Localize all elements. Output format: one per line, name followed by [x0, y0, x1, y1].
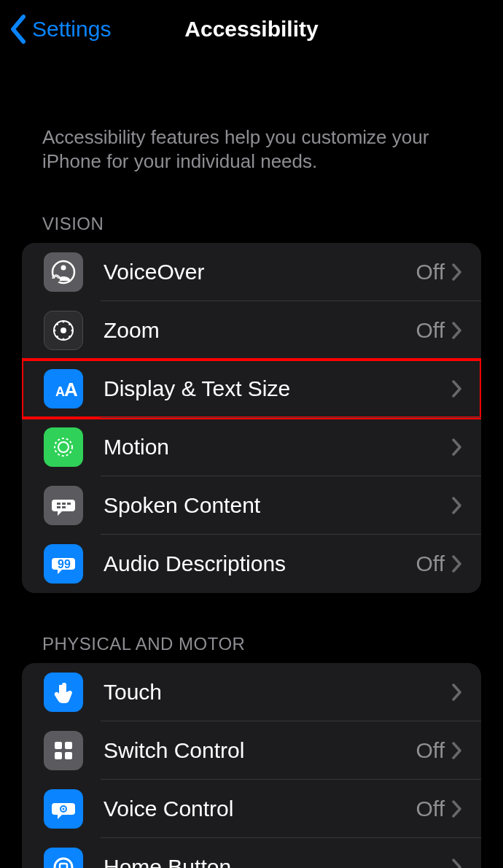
svg-rect-24: [65, 742, 72, 749]
svg-rect-23: [55, 742, 62, 749]
chevron-right-icon: [452, 859, 462, 868]
svg-point-4: [61, 328, 66, 333]
row-display-text-size[interactable]: A A Display & Text Size: [22, 360, 481, 418]
svg-point-28: [63, 808, 65, 810]
section-group-physical: Touch Switch Control Off: [22, 663, 481, 868]
chevron-right-icon: [452, 380, 462, 398]
text-size-icon: A A: [44, 369, 83, 408]
row-label: Touch: [104, 680, 452, 705]
chevron-right-icon: [452, 683, 462, 701]
section-group-vision: VoiceOver Off: [22, 243, 481, 593]
zoom-icon: [44, 311, 83, 350]
svg-point-7: [54, 330, 56, 332]
row-detail: Off: [416, 260, 445, 284]
svg-text:A: A: [64, 379, 78, 400]
row-detail: Off: [416, 318, 445, 343]
spoken-content-icon: [44, 486, 83, 525]
chevron-right-icon: [452, 555, 462, 573]
row-label: Motion: [104, 435, 452, 460]
row-label: VoiceOver: [104, 260, 416, 284]
row-label: Zoom: [104, 318, 416, 343]
svg-point-11: [56, 336, 58, 338]
back-button[interactable]: Settings: [9, 15, 111, 44]
svg-rect-26: [65, 752, 72, 759]
chevron-left-icon: [9, 15, 28, 44]
svg-point-8: [71, 330, 74, 332]
row-label: Voice Control: [104, 797, 416, 821]
row-detail: Off: [416, 551, 445, 576]
svg-text:99: 99: [58, 558, 71, 570]
motion-icon: [44, 427, 83, 467]
svg-point-15: [55, 438, 72, 456]
row-motion[interactable]: Motion: [22, 418, 481, 476]
chevron-right-icon: [452, 263, 462, 281]
section-header-physical: PHYSICAL AND MOTOR: [0, 593, 503, 663]
switch-control-icon: [44, 731, 83, 770]
voiceover-icon: [44, 252, 83, 292]
chevron-right-icon: [452, 322, 462, 339]
row-audio-descriptions[interactable]: 99 Audio Descriptions Off: [22, 535, 481, 593]
row-label: Switch Control: [104, 738, 416, 763]
svg-point-10: [69, 323, 71, 325]
touch-icon: [44, 673, 83, 712]
row-home-button[interactable]: Home Button: [22, 838, 481, 868]
svg-point-12: [69, 336, 71, 338]
nav-header: Settings Accessibility: [0, 0, 503, 58]
voice-control-icon: [44, 789, 83, 829]
section-physical-motor: PHYSICAL AND MOTOR Touch: [0, 593, 503, 868]
back-label: Settings: [32, 17, 111, 42]
svg-rect-25: [55, 752, 62, 759]
row-detail: Off: [416, 738, 445, 763]
row-label: Spoken Content: [104, 493, 452, 518]
section-vision: VISION VoiceOver Off: [0, 173, 503, 593]
svg-rect-19: [67, 503, 71, 505]
section-header-vision: VISION: [0, 173, 503, 243]
row-spoken-content[interactable]: Spoken Content: [22, 476, 481, 535]
row-detail: Off: [416, 797, 445, 821]
row-switch-control[interactable]: Switch Control Off: [22, 721, 481, 780]
row-label: Audio Descriptions: [104, 551, 416, 576]
svg-point-5: [63, 321, 65, 323]
row-touch[interactable]: Touch: [22, 663, 481, 721]
svg-rect-21: [62, 506, 66, 508]
svg-rect-18: [62, 503, 66, 505]
svg-rect-30: [60, 864, 67, 868]
audio-descriptions-icon: 99: [44, 544, 83, 584]
svg-rect-17: [57, 503, 61, 505]
row-voice-control[interactable]: Voice Control Off: [22, 780, 481, 838]
row-label: Display & Text Size: [104, 376, 452, 401]
chevron-right-icon: [452, 497, 462, 514]
row-zoom[interactable]: Zoom Off: [22, 301, 481, 360]
svg-point-1: [61, 266, 66, 271]
chevron-right-icon: [452, 742, 462, 759]
row-voiceover[interactable]: VoiceOver Off: [22, 243, 481, 301]
svg-rect-20: [57, 506, 61, 508]
home-button-icon: [44, 848, 83, 868]
accessibility-description: Accessibility features help you customiz…: [0, 58, 503, 173]
svg-point-6: [63, 338, 65, 341]
svg-point-16: [58, 442, 69, 452]
chevron-right-icon: [452, 800, 462, 818]
row-label: Home Button: [104, 855, 452, 868]
chevron-right-icon: [452, 438, 462, 456]
svg-point-9: [56, 323, 58, 325]
